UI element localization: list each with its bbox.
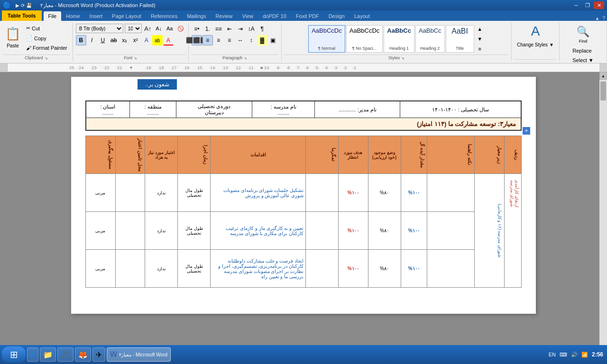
bullets-btn[interactable]: ≡• bbox=[192, 24, 202, 34]
styles-down-btn[interactable]: ▼ bbox=[475, 34, 485, 44]
ribbon-help-btn[interactable]: ? bbox=[602, 16, 605, 21]
tab-file[interactable]: File bbox=[44, 11, 62, 21]
line-spacing-btn[interactable]: ↕ bbox=[246, 35, 257, 46]
sort-btn[interactable]: ↕A bbox=[246, 24, 257, 34]
current-2: %۸۰ bbox=[368, 212, 401, 250]
paste-button[interactable]: 📋 Paste bbox=[3, 24, 23, 50]
tab-dopdf[interactable]: doPDF 10 bbox=[258, 11, 291, 21]
taskbar-right: EN ⌨ 🔊 📶 2:56 bbox=[549, 351, 605, 358]
font-size-select[interactable]: 10 bbox=[125, 24, 142, 33]
underline-button[interactable]: U bbox=[98, 35, 108, 46]
tab-foxit[interactable]: Foxit PDF bbox=[291, 11, 324, 21]
close-btn[interactable]: ✕ bbox=[594, 1, 604, 9]
taskbar-ie-btn[interactable]: e bbox=[27, 347, 38, 362]
main-data-table: ردیف زیر معیار نکته راهنما مقدار آیده آل… bbox=[85, 136, 522, 288]
format-painter-button[interactable]: 🖌 Format Painter bbox=[24, 44, 70, 52]
subscript-button[interactable]: x₂ bbox=[120, 35, 130, 46]
text-highlight-btn[interactable]: ab bbox=[152, 35, 163, 46]
show-formatting-btn[interactable]: ¶ bbox=[257, 24, 267, 34]
scroll-up-btn[interactable]: ▲ bbox=[599, 72, 607, 80]
table-move-btn[interactable]: + bbox=[523, 127, 530, 135]
word-icon: W bbox=[110, 350, 117, 359]
superscript-button[interactable]: x² bbox=[130, 35, 141, 46]
style-heading1[interactable]: AaBbCc Heading 1 bbox=[384, 25, 414, 53]
header-principal: نام مدیر: ............ bbox=[315, 101, 400, 118]
styles-expand[interactable]: ↘ bbox=[401, 56, 405, 60]
style-no-spacing[interactable]: AaBbCcDc ¶ No Spaci... bbox=[346, 25, 383, 53]
style-title[interactable]: AaBI Title bbox=[446, 25, 474, 53]
align-right-btn[interactable]: ≡ bbox=[213, 35, 224, 46]
paragraph-expand[interactable]: ↘ bbox=[244, 56, 247, 60]
grow-font-btn[interactable]: A↑ bbox=[143, 24, 153, 33]
clipboard-group: 📋 Paste ✂ Cut 📄 Copy 🖌 Format Painter bbox=[0, 23, 73, 61]
budget-source-2 bbox=[115, 212, 145, 250]
cut-button[interactable]: ✂ Cut bbox=[24, 24, 70, 33]
tab-design[interactable]: Design bbox=[324, 11, 349, 21]
tab-home[interactable]: Home bbox=[61, 11, 84, 21]
header-year: سال تحصیلی : ۱۴۰۰-۱۴۰۱ bbox=[400, 101, 521, 118]
taskbar-firefox-btn[interactable]: 🦊 bbox=[75, 347, 91, 362]
style-heading2[interactable]: AaBbCc Heading 2 bbox=[415, 25, 445, 53]
styles-more-btn[interactable]: ≡ bbox=[475, 44, 485, 54]
copy-button[interactable]: 📄 Copy bbox=[24, 34, 70, 43]
tab-insert[interactable]: Insert bbox=[85, 11, 108, 21]
restore-btn[interactable]: ❐ bbox=[582, 1, 593, 9]
budget-source-3 bbox=[115, 250, 145, 288]
increase-indent-btn[interactable]: ⇥ bbox=[235, 24, 246, 34]
multilevel-btn[interactable]: ≡≡ bbox=[213, 24, 224, 34]
change-case-btn[interactable]: Aa bbox=[165, 24, 175, 33]
col-guide-note: نکته راهنما bbox=[427, 136, 474, 174]
tab-review[interactable]: Review bbox=[211, 11, 238, 21]
find-button[interactable]: 🔍 Find bbox=[570, 24, 596, 46]
justify-btn[interactable]: ≡ bbox=[224, 35, 235, 46]
decrease-indent-btn[interactable]: ⇤ bbox=[224, 24, 235, 34]
font-expand[interactable]: ↘ bbox=[134, 56, 137, 60]
col-budget-source: محل تامین اعتبار bbox=[115, 136, 145, 174]
col-ideal: مقدار آیده آل bbox=[401, 136, 427, 174]
scroll-thumb[interactable] bbox=[600, 82, 606, 100]
paragraph-controls: ≡• 1. ≡≡ ⇤ ⇥ ↕A ¶ ⬛⬛⬛ ≡ ≡ ≡ ↔ ↕ ▓ ▣ bbox=[192, 24, 278, 54]
taskbar-telegram-btn[interactable]: ✈ bbox=[92, 347, 105, 362]
align-left-btn[interactable]: ⬛⬛⬛ bbox=[192, 35, 202, 46]
taskbar-folder-btn[interactable]: 📁 bbox=[40, 347, 56, 362]
tab-layout[interactable]: Layout bbox=[349, 11, 375, 21]
bold-button[interactable]: B bbox=[76, 35, 86, 46]
font-name-select[interactable]: B Titr (Body) bbox=[76, 24, 123, 33]
taskbar: ⊞ e 📁 🎵 🦊 ✈ W معیار۲ - Microsoft Word EN… bbox=[0, 345, 607, 364]
taskbar-media-btn[interactable]: 🎵 bbox=[57, 347, 74, 362]
clear-format-btn[interactable]: 🚫 bbox=[176, 24, 185, 33]
change-styles-button[interactable]: Change Styles ▼ bbox=[515, 41, 556, 49]
strikethrough-button[interactable]: ab bbox=[109, 35, 119, 46]
col-programs: تمگرما bbox=[305, 136, 338, 174]
text-direction-btn[interactable]: ↔ bbox=[235, 35, 246, 46]
replace-button[interactable]: Replace bbox=[570, 46, 596, 55]
text-effects-btn[interactable]: A bbox=[141, 35, 152, 46]
tab-view[interactable]: View bbox=[238, 11, 258, 21]
vertical-scrollbar[interactable]: ▲ ▼ bbox=[599, 72, 607, 354]
numbering-btn[interactable]: 1. bbox=[202, 24, 213, 34]
ribbon-collapse-btn[interactable]: ▲ bbox=[595, 16, 600, 21]
budget-3: ندارد bbox=[145, 250, 178, 288]
shading-btn[interactable]: ▓ bbox=[257, 35, 267, 46]
ideal-2: %۱۰۰ bbox=[401, 212, 427, 250]
italic-button[interactable]: I bbox=[87, 35, 97, 46]
sub-criterion-1: شورای مدرسه (۱۶ و کارمایی) bbox=[474, 174, 504, 288]
shrink-font-btn[interactable]: A↓ bbox=[154, 24, 164, 33]
ruler-marks: ·25· ·24· ·23· ·22· ·21· ▼ ·19· ·18· ·17… bbox=[8, 65, 607, 70]
clipboard-expand[interactable]: ↘ bbox=[45, 56, 48, 60]
start-button[interactable]: ⊞ bbox=[2, 346, 26, 363]
taskbar-keyboard-icon: ⌨ bbox=[560, 352, 567, 358]
align-center-btn[interactable]: ≡ bbox=[202, 35, 213, 46]
font-color-btn[interactable]: A bbox=[163, 35, 174, 46]
tab-page-layout[interactable]: Page Layout bbox=[107, 11, 146, 21]
tab-references[interactable]: References bbox=[146, 11, 182, 21]
tab-mailings[interactable]: Mailings bbox=[182, 11, 211, 21]
styles-up-btn[interactable]: ▲ bbox=[475, 24, 485, 34]
table-tools-tab[interactable]: Table Tools bbox=[2, 10, 42, 21]
paste-icon: 📋 bbox=[5, 25, 20, 42]
borders-btn[interactable]: ▣ bbox=[268, 35, 278, 46]
style-normal[interactable]: AaBbCcDc ¶ Normal bbox=[308, 25, 345, 53]
taskbar-word-btn[interactable]: W معیار۲ - Microsoft Word bbox=[107, 347, 171, 362]
col-sub-criterion: زیر معیار bbox=[474, 136, 504, 174]
minimize-btn[interactable]: ─ bbox=[571, 1, 581, 9]
